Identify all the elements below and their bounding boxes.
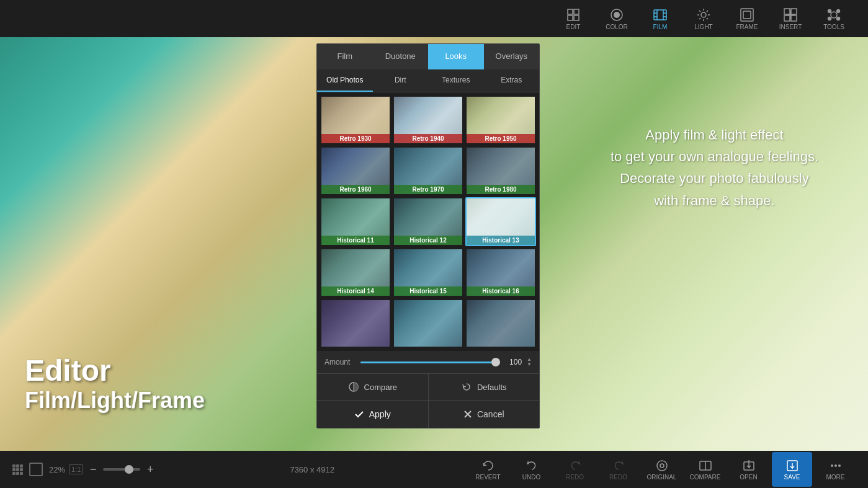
slider-fill <box>360 362 499 363</box>
filter-historical11[interactable]: Historical 11 <box>320 197 391 246</box>
compare-btn-bottom[interactable]: COMPARE <box>685 452 725 487</box>
amount-label: Amount <box>324 358 356 366</box>
toolbar-item-color[interactable]: COLOR <box>595 1 638 36</box>
grid-icon[interactable] <box>12 464 23 475</box>
sub-tab-textures[interactable]: Textures <box>428 69 484 92</box>
sub-tab-dirt[interactable]: Dirt <box>373 69 429 92</box>
filter-label-retro1940: Retro 1940 <box>394 134 462 143</box>
svg-rect-2 <box>568 16 573 20</box>
defaults-label: Defaults <box>477 383 507 392</box>
original-button[interactable]: ORIGINAL <box>642 452 682 487</box>
zoom-plus-button[interactable]: + <box>144 463 156 476</box>
toolbar-label-frame: FRAME <box>736 24 758 30</box>
filter-historical18[interactable] <box>393 299 463 348</box>
redo-button[interactable]: REDO <box>555 452 595 487</box>
main-tabs: Film Duotone Looks Overlays <box>317 44 539 69</box>
apply-label: Apply <box>369 409 391 419</box>
svg-rect-25 <box>791 9 797 14</box>
toolbar-label-tools: TOOLS <box>823 24 844 30</box>
sub-tab-old-photos[interactable]: Old Photos <box>317 69 373 92</box>
redo-label: REDO <box>566 474 584 481</box>
redo-icon <box>568 459 582 472</box>
svg-point-32 <box>837 9 840 12</box>
toolbar-item-edit[interactable]: EDIT <box>552 1 595 36</box>
compare-defaults-row: Compare Defaults <box>317 374 539 401</box>
arrow-down[interactable]: ▼ <box>527 362 532 367</box>
compare-icon <box>348 381 359 393</box>
filter-retro1930[interactable]: Retro 1930 <box>320 95 391 144</box>
filter-historical16[interactable]: Historical 16 <box>465 248 536 297</box>
defaults-icon <box>461 381 472 393</box>
filter-retro1960[interactable]: Retro 1960 <box>320 146 391 195</box>
filter-retro1970[interactable]: Retro 1970 <box>393 146 463 195</box>
compare-bottom-icon <box>699 459 712 472</box>
sub-tab-extras[interactable]: Extras <box>484 69 540 92</box>
zoom-ratio-btn[interactable]: 1:1 <box>69 464 83 474</box>
cancel-button[interactable]: Cancel <box>429 401 540 428</box>
toolbar-item-frame[interactable]: FRAME <box>725 1 769 36</box>
toolbar-item-film[interactable]: FILM <box>638 1 682 36</box>
zoom-controls: 22% 1:1 − + <box>49 463 156 476</box>
compare-button[interactable]: Compare <box>317 374 429 400</box>
toolbar-label-light: LIGHT <box>694 24 712 30</box>
save-icon <box>785 459 799 472</box>
zoom-minus-button[interactable]: − <box>87 463 99 476</box>
toolbar-item-insert[interactable]: INSERT <box>769 1 812 36</box>
filter-retro1940[interactable]: Retro 1940 <box>393 95 463 144</box>
filter-historical13[interactable]: Historical 13 <box>465 197 536 246</box>
undo-button[interactable]: UNDO <box>511 452 552 487</box>
tab-film[interactable]: Film <box>317 44 373 69</box>
promo-line4: with frame & shape. <box>611 190 818 211</box>
tab-looks[interactable]: Looks <box>428 44 484 69</box>
filter-retro1950[interactable]: Retro 1950 <box>465 95 536 144</box>
editor-line2: Film/Light/Frame <box>25 388 205 414</box>
sub-tabs: Old Photos Dirt Textures Extras <box>317 69 539 92</box>
zoom-slider[interactable] <box>103 468 140 471</box>
apply-button[interactable]: Apply <box>317 401 429 428</box>
filter-label-historical16: Historical 16 <box>467 286 535 296</box>
svg-rect-22 <box>741 9 753 21</box>
svg-rect-1 <box>574 9 579 14</box>
slider-thumb <box>491 358 500 366</box>
filter-historical19[interactable] <box>465 299 536 348</box>
tab-duotone[interactable]: Duotone <box>373 44 429 69</box>
editor-line1: Editor <box>25 353 205 388</box>
film-panel: Film Duotone Looks Overlays Old Photos D… <box>316 43 540 428</box>
canvas-icon[interactable] <box>29 463 43 476</box>
filter-label-retro1930: Retro 1930 <box>321 134 390 143</box>
more-button[interactable]: MORE <box>815 452 856 487</box>
bottom-toolbar: 22% 1:1 − + 7360 x 4912 REVERT UNDO <box>0 451 868 488</box>
more-icon <box>829 459 843 472</box>
save-button[interactable]: SAVE <box>772 452 812 487</box>
svg-rect-26 <box>784 16 790 21</box>
tab-overlays[interactable]: Overlays <box>484 44 540 69</box>
svg-point-13 <box>701 12 706 17</box>
filter-historical15[interactable]: Historical 15 <box>393 248 463 297</box>
toolbar-item-light[interactable]: LIGHT <box>682 1 725 36</box>
defaults-button[interactable]: Defaults <box>429 374 540 400</box>
open-button[interactable]: OPEN <box>728 452 769 487</box>
amount-arrows[interactable]: ▲ ▼ <box>527 357 532 367</box>
toolbar-label-film: FILM <box>653 24 668 30</box>
amount-slider[interactable] <box>360 362 499 363</box>
original-icon <box>655 459 669 472</box>
filter-historical12[interactable]: Historical 12 <box>393 197 463 246</box>
filter-label-retro1960: Retro 1960 <box>321 185 390 194</box>
svg-point-30 <box>831 12 837 18</box>
svg-point-31 <box>828 9 831 12</box>
filter-historical14[interactable]: Historical 14 <box>320 248 391 297</box>
redo2-button[interactable]: REDO <box>598 452 638 487</box>
filter-historical17[interactable] <box>320 299 391 348</box>
more-label: MORE <box>826 474 845 481</box>
promo-line3: Decorate your photo fabulously <box>611 167 818 189</box>
toolbar-item-tools[interactable]: TOOLS <box>812 1 856 36</box>
filter-retro1980[interactable]: Retro 1980 <box>465 146 536 195</box>
toolbar-label-edit: EDIT <box>566 24 581 30</box>
svg-point-47 <box>831 464 833 467</box>
filter-thumb-historical18 <box>394 300 462 347</box>
x-icon <box>463 410 472 419</box>
revert-button[interactable]: REVERT <box>468 452 508 487</box>
svg-point-49 <box>838 464 841 467</box>
svg-point-39 <box>657 461 667 471</box>
open-icon <box>742 459 756 472</box>
